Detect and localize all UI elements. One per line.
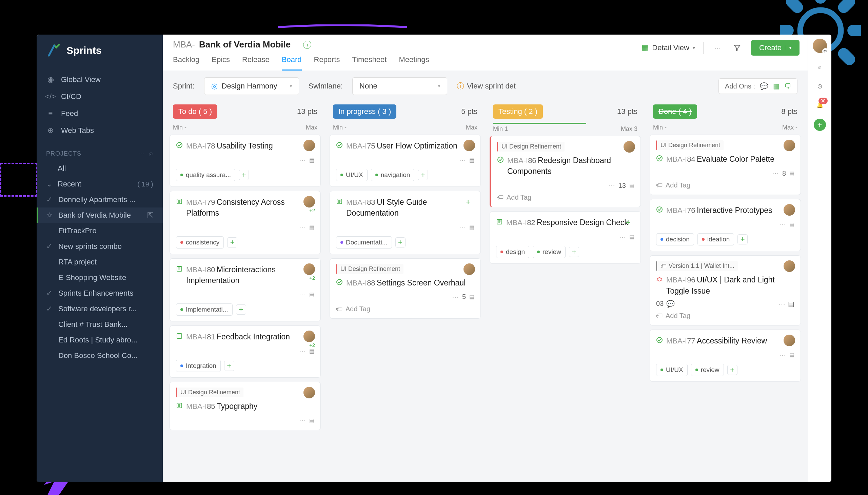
more-icon[interactable]: ⋯: [712, 42, 723, 54]
add-tag-link[interactable]: 🏷Add Tag: [656, 182, 795, 189]
status-pill[interactable]: Testing ( 2 ): [493, 104, 543, 119]
sidebar-project-item[interactable]: FitTrackPro: [37, 223, 163, 239]
work-item-card[interactable]: MBA-I75 User Flow Optimization ⋯▤UI/UXna…: [329, 135, 481, 187]
addon-chat-icon[interactable]: 💬: [760, 82, 768, 90]
quick-add-button[interactable]: +: [814, 119, 826, 131]
swimlane-select[interactable]: None ▾: [352, 77, 447, 95]
external-link-icon[interactable]: ⇱: [147, 211, 153, 220]
add-tag-button[interactable]: +: [395, 237, 406, 248]
add-tag-button[interactable]: +: [418, 170, 428, 180]
tag[interactable]: navigation: [371, 169, 415, 181]
tab-backlog[interactable]: Backlog: [173, 51, 199, 70]
assignee-avatar[interactable]: [463, 140, 475, 151]
add-tag-button[interactable]: +: [227, 237, 237, 248]
tag[interactable]: Integration: [176, 360, 221, 372]
status-pill[interactable]: In progress ( 3 ): [333, 104, 396, 119]
add-tag-link[interactable]: 🏷Add Tag: [656, 312, 795, 320]
work-item-card[interactable]: UI Design Refinement MBA-I85 Typography …: [170, 382, 321, 430]
add-tag-button[interactable]: +: [236, 305, 246, 314]
tag[interactable]: UI/UX: [656, 364, 687, 376]
tag[interactable]: review: [533, 246, 565, 258]
more-icon[interactable]: ⋯: [299, 347, 306, 355]
nav-global-view[interactable]: ◉Global View: [37, 71, 163, 88]
work-item-card[interactable]: UI Design Refinement MBA-I88 Settings Sc…: [329, 258, 481, 319]
avatar-overflow[interactable]: +2: [309, 342, 315, 348]
tab-timesheet[interactable]: Timesheet: [352, 51, 387, 70]
work-item-card[interactable]: MBA-I78 Usability Testing ⋯▤quality assu…: [170, 135, 321, 187]
filter-icon[interactable]: [731, 42, 743, 54]
search-icon[interactable]: ⌕: [815, 62, 825, 72]
sidebar-project-item[interactable]: ✓New sprints combo: [37, 239, 163, 254]
assignee-avatar[interactable]: [624, 141, 635, 153]
work-item-card[interactable]: MBA-I83 UI Style Guide Documentation +⋯▤…: [329, 191, 481, 254]
assignee-avatar[interactable]: [463, 263, 475, 275]
notification-icon[interactable]: 🔔90: [815, 100, 825, 110]
add-button[interactable]: +: [465, 197, 475, 206]
sidebar-project-item[interactable]: ✓Sprints Enhancements: [37, 286, 163, 301]
status-pill[interactable]: To do ( 5 ): [173, 104, 217, 119]
more-icon[interactable]: ⋯: [459, 156, 466, 164]
view-sprint-detail[interactable]: ⓘ View sprint det: [457, 81, 516, 91]
sidebar-project-item[interactable]: Client # Trust Bank...: [37, 317, 163, 332]
sidebar-project-item[interactable]: Ed Roots | Study abro...: [37, 332, 163, 348]
work-item-card[interactable]: UI Design Refinement MBA-I86 Redesign Da…: [490, 136, 641, 207]
sidebar-project-item[interactable]: ✓Software developers r...: [37, 301, 163, 317]
tab-release[interactable]: Release: [242, 51, 270, 70]
tag[interactable]: design: [496, 246, 529, 258]
work-item-card[interactable]: MBA-I76 Interactive Prototypes ⋯▤decisio…: [650, 199, 801, 251]
more-icon[interactable]: ⋯: [138, 150, 144, 157]
nav-webtabs[interactable]: ⊕Web Tabs: [37, 122, 163, 139]
chevron-down-icon[interactable]: ▾: [785, 46, 792, 50]
sidebar-project-item[interactable]: E-Shopping Website: [37, 270, 163, 286]
tag[interactable]: consistency: [176, 236, 224, 249]
epic-label[interactable]: UI Design Refinement: [336, 264, 404, 274]
more-icon[interactable]: ⋯: [299, 416, 306, 425]
tab-epics[interactable]: Epics: [211, 51, 230, 70]
tag[interactable]: quality assura...: [176, 169, 235, 181]
sidebar-project-item[interactable]: Don Bosco School Co...: [37, 348, 163, 363]
add-tag-button[interactable]: +: [569, 247, 579, 257]
tab-board[interactable]: Board: [282, 51, 302, 70]
nav-feed[interactable]: ≡Feed: [37, 105, 163, 122]
app-logo[interactable]: Sprints: [37, 35, 163, 66]
more-icon[interactable]: ⋯: [779, 351, 786, 359]
more-icon[interactable]: ⋯: [779, 300, 785, 308]
assignee-avatar[interactable]: [784, 204, 795, 216]
search-icon[interactable]: ⌕: [149, 150, 153, 157]
clock-icon[interactable]: ◷: [815, 81, 825, 91]
assignee-avatar[interactable]: [304, 263, 315, 275]
work-item-card[interactable]: MBA-I80 Microinteractions Implementation…: [170, 258, 321, 321]
work-item-card[interactable]: MBA-I81 Feedback Integration +2⋯▤Integra…: [170, 325, 321, 378]
assignee-avatar[interactable]: [304, 330, 315, 342]
more-icon[interactable]: ⋯: [608, 182, 615, 189]
assignee-avatar[interactable]: [784, 335, 795, 346]
add-tag-button[interactable]: +: [727, 365, 737, 375]
assignee-avatar[interactable]: [304, 140, 315, 151]
more-icon[interactable]: ⋯: [779, 220, 786, 228]
work-item-card[interactable]: UI Design Refinement MBA-I84 Evaluate Co…: [650, 135, 801, 195]
addon-board-icon[interactable]: ▦: [773, 82, 780, 90]
add-button[interactable]: +: [626, 217, 635, 226]
sidebar-project-item[interactable]: ☆Bank of Verdia Mobile⇱: [37, 207, 163, 223]
tag[interactable]: review: [691, 364, 724, 376]
work-item-card[interactable]: 🏷Version 1.1 | Wallet Int... MBA-I96 UI/…: [650, 255, 801, 325]
addon-comment-icon[interactable]: 🗨: [784, 82, 791, 90]
user-avatar[interactable]: ⚙: [813, 39, 827, 53]
more-icon[interactable]: ⋯: [459, 223, 466, 232]
work-item-card[interactable]: MBA-I79 Consistency Across Platforms +2⋯…: [170, 191, 321, 254]
tag[interactable]: Implementati...: [176, 304, 233, 315]
more-icon[interactable]: ⋯: [299, 223, 306, 232]
work-item-card[interactable]: MBA-I77 Accessibility Review ⋯▤UI/UXrevi…: [650, 329, 801, 382]
avatar-overflow[interactable]: +2: [309, 207, 315, 213]
assignee-avatar[interactable]: [784, 140, 795, 151]
tab-meetings[interactable]: Meetings: [399, 51, 429, 70]
add-tag-button[interactable]: +: [239, 170, 249, 180]
more-icon[interactable]: ⋯: [299, 156, 306, 164]
assignee-avatar[interactable]: [784, 260, 795, 272]
sidebar-project-item[interactable]: RTA project: [37, 254, 163, 270]
projects-all[interactable]: All: [37, 161, 163, 176]
add-tag-link[interactable]: 🏷Add Tag: [336, 305, 474, 313]
epic-label[interactable]: UI Design Refinement: [176, 388, 243, 397]
tag[interactable]: UI/UX: [336, 169, 368, 181]
create-button[interactable]: Create▾: [751, 40, 800, 56]
